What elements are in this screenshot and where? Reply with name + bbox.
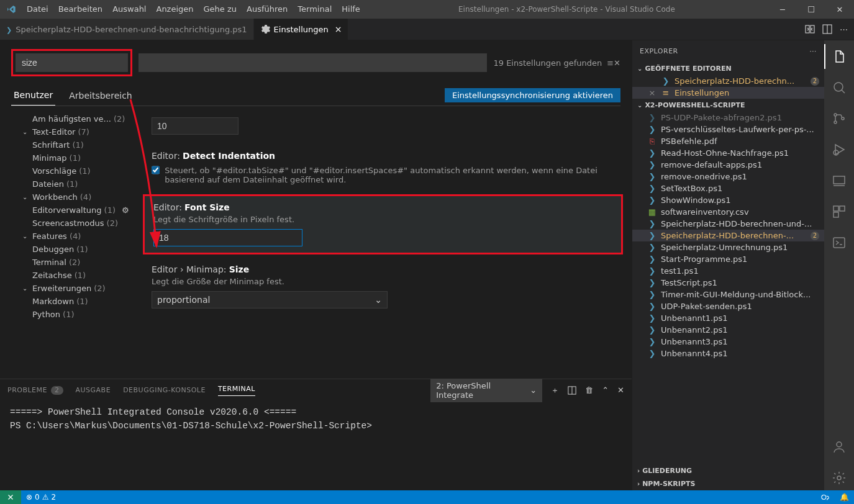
terminal-output[interactable]: =====> PowerShell Integrated Console v20… (0, 401, 632, 438)
settings-search-input[interactable] (16, 53, 128, 72)
toc-item[interactable]: ⌄Features (4) (22, 230, 143, 243)
status-problems[interactable]: ⊗0 ⚠2 (21, 493, 61, 502)
panel-tab-probleme[interactable]: PROBLEME 2 (7, 386, 63, 395)
menu-datei[interactable]: Datei (22, 0, 53, 19)
menu-terminal[interactable]: Terminal (293, 0, 337, 19)
close-icon[interactable]: ✕ (825, 0, 854, 19)
split-editor-icon[interactable] (822, 24, 832, 34)
toc-item[interactable]: ⌄Text-Editor (7) (22, 125, 143, 138)
activity-remote-icon[interactable] (824, 168, 854, 193)
setting-number-input[interactable] (152, 117, 238, 135)
file-item[interactable]: ❯remove-onedrive.ps1 (632, 171, 824, 182)
close-icon[interactable]: × (647, 88, 657, 97)
tab-close-icon[interactable]: × (335, 24, 342, 34)
new-terminal-icon[interactable]: ＋ (551, 385, 559, 396)
panel-tab-debug[interactable]: DEBUGGING-KONSOLE (123, 386, 206, 394)
activity-account-icon[interactable] (824, 434, 854, 459)
split-terminal-icon[interactable] (568, 386, 576, 395)
kill-terminal-icon[interactable]: 🗑 (585, 385, 593, 395)
activity-scm-icon[interactable] (824, 106, 854, 131)
activity-settings-icon[interactable] (824, 466, 854, 490)
activity-explorer-icon[interactable] (824, 44, 854, 69)
open-editors-section[interactable]: ⌄GEÖFFNETE EDITOREN (632, 62, 824, 75)
file-item[interactable]: ❯Unbenannt3.ps1 (632, 336, 824, 348)
menu-hilfe[interactable]: Hilfe (337, 0, 365, 19)
panel-tab-terminal[interactable]: TERMINAL (218, 385, 255, 396)
scope-tab-user[interactable]: Benutzer (11, 85, 55, 106)
open-editor-item[interactable]: ❯Speicherplatz-HDD-berechn...2 (632, 75, 824, 87)
toc-item[interactable]: Editorverwaltung (1)⚙ (22, 204, 143, 217)
file-item[interactable]: ❯Speicherplatz-HDD-berechnen-und-... (632, 218, 824, 230)
toc-item[interactable]: Vorschläge (1) (22, 164, 143, 178)
file-item[interactable]: ❯Unbenannt4.ps1 (632, 348, 824, 359)
file-item[interactable]: ⎘PSBefehle.pdf (632, 135, 824, 147)
toc-item[interactable]: Schriftart (1) (22, 138, 143, 151)
workspace-section[interactable]: ⌄X2-POWERSHELL-SCRIPTE (632, 99, 824, 112)
close-panel-icon[interactable]: ✕ (617, 385, 624, 395)
more-icon[interactable]: ⋯ (810, 47, 817, 55)
scope-tab-workspace[interactable]: Arbeitsbereich (66, 86, 135, 106)
tab-file[interactable]: Speicherplatz-HDD-berechnen-und-benachri… (0, 19, 254, 40)
activity-debug-icon[interactable] (824, 137, 854, 162)
toc-item[interactable]: Terminal (2) (22, 256, 143, 269)
settings-sync-button[interactable]: Einstellungssynchronisierung aktivieren (445, 88, 620, 102)
menu-gehezu[interactable]: Gehe zu (199, 0, 242, 19)
toc-item[interactable]: Minimap (1) (22, 151, 143, 164)
terminal-selector[interactable]: 2: PowerShell Integrate⌄ (430, 379, 542, 402)
file-item[interactable]: ❯test1.ps1 (632, 265, 824, 277)
activity-extensions-icon[interactable] (824, 199, 854, 224)
toc-item[interactable]: Markdown (1) (22, 295, 143, 308)
gear-icon[interactable]: ⚙ (122, 205, 129, 215)
status-feedback-icon[interactable] (816, 493, 835, 502)
file-item[interactable]: ▦softwareinventory.csv (632, 206, 824, 218)
file-item[interactable]: ❯Timer-mit-GUI-Meldung-und-Bitlock... (632, 289, 824, 300)
open-editor-item[interactable]: ×≡Einstellungen (632, 87, 824, 99)
detect-indent-checkbox[interactable] (152, 164, 160, 176)
outline-section[interactable]: ›GLIEDERUNG (632, 464, 824, 477)
file-item[interactable]: ❯ShowWindow.ps1 (632, 194, 824, 206)
clear-search-icon[interactable]: ≡✕ (607, 58, 620, 68)
remote-indicator-icon[interactable] (0, 490, 21, 504)
status-bell-icon[interactable]: 🔔 (835, 493, 854, 502)
npm-section[interactable]: ›NPM-SKRIPTS (632, 477, 824, 490)
file-item[interactable]: ❯SetTextBox.ps1 (632, 182, 824, 194)
toc-item[interactable]: Python (1) (22, 308, 143, 321)
maximize-icon[interactable]: ☐ (797, 0, 825, 19)
minimize-icon[interactable]: ─ (768, 0, 797, 19)
powershell-file-icon: ❯ (647, 313, 657, 323)
menu-bearbeiten[interactable]: Bearbeiten (53, 0, 107, 19)
panel-tab-ausgabe[interactable]: AUSGABE (76, 386, 111, 394)
toc-item[interactable]: ⌄Erweiterungen (2) (22, 282, 143, 295)
activity-search-icon[interactable] (824, 75, 854, 100)
file-item[interactable]: ❯TestScript.ps1 (632, 277, 824, 289)
file-item[interactable]: ❯Speicherplatz-Umrechnung.ps1 (632, 241, 824, 253)
powershell-file-icon: ❯ (647, 278, 657, 287)
file-item[interactable]: ❯Speicherplatz-HDD-berechnen-...2 (632, 230, 824, 241)
more-icon[interactable]: ⋯ (840, 25, 848, 34)
open-diff-icon[interactable] (805, 24, 815, 34)
toc-item[interactable]: Screencastmodus (2) (22, 217, 143, 230)
minimap-size-select[interactable]: proportional ⌄ (152, 291, 388, 308)
file-item[interactable]: ❯Unbenannt2.ps1 (632, 324, 824, 336)
toc-item[interactable]: Debuggen (1) (22, 243, 143, 256)
toc-item[interactable]: Am häufigsten ve... (2) (22, 112, 143, 125)
menu-ausfuehren[interactable]: Ausführen (242, 0, 293, 19)
menu-anzeigen[interactable]: Anzeigen (151, 0, 198, 19)
toc-item[interactable]: ⌄Workbench (4) (22, 191, 143, 204)
menu-auswahl[interactable]: Auswahl (107, 0, 151, 19)
file-item[interactable]: ❯UDP-Paket-senden.ps1 (632, 300, 824, 312)
tab-settings[interactable]: Einstellungen × (254, 19, 349, 40)
file-item[interactable]: ❯remove-default-apps.ps1 (632, 159, 824, 171)
toc-item[interactable]: Dateien (1) (22, 178, 143, 191)
activity-powershell-icon[interactable] (824, 230, 854, 255)
file-item[interactable]: ❯Read-Host-Ohne-Nachfrage.ps1 (632, 147, 824, 159)
file-item[interactable]: ❯Unbenannt1.ps1 (632, 312, 824, 324)
file-label: UDP-Paket-senden.ps1 (661, 302, 752, 311)
file-item[interactable]: ❯PS-UDP-Pakete-abfragen2.ps1 (632, 112, 824, 124)
font-size-input[interactable] (153, 229, 302, 246)
file-item[interactable]: ❯PS-verschlüsseltes-Laufwerk-per-ps-... (632, 124, 824, 135)
maximize-panel-icon[interactable]: ⌃ (602, 385, 609, 395)
file-item[interactable]: ❯Start-Programme.ps1 (632, 253, 824, 265)
settings-search-input-rest[interactable] (139, 53, 487, 72)
toc-item[interactable]: Zeitachse (1) (22, 269, 143, 282)
